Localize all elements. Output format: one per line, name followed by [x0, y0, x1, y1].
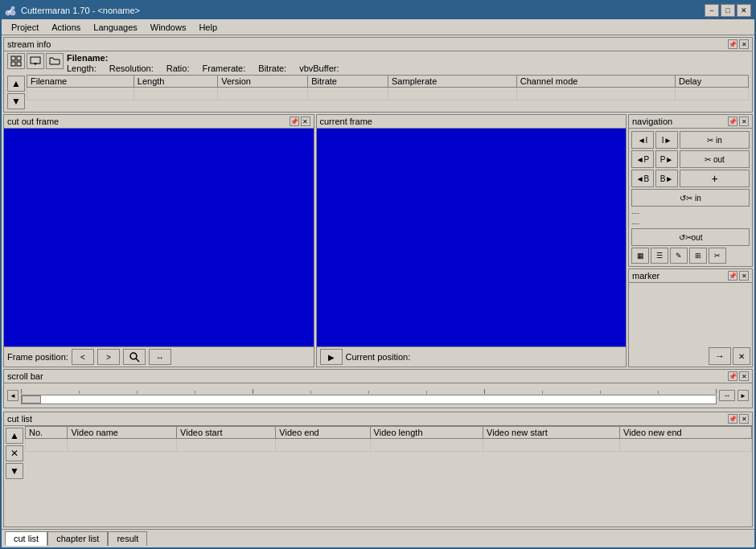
tab-cut-list[interactable]: cut list: [5, 531, 47, 546]
magnify-icon: [129, 351, 140, 363]
scroll-right-btn[interactable]: ►: [738, 390, 749, 401]
menu-help[interactable]: Help: [192, 21, 224, 34]
svg-line-12: [136, 358, 139, 362]
nav-icon-4-btn[interactable]: ⊞: [689, 248, 707, 264]
cut-out-close-btn[interactable]: ✕: [301, 117, 310, 126]
stream-filename-area: Filename: Length: Resolution: Ratio: Fra…: [67, 53, 339, 73]
cut-list-col-videolength: Video length: [370, 427, 483, 439]
menu-project[interactable]: Project: [5, 21, 45, 34]
tab-result[interactable]: result: [108, 531, 147, 546]
stream-col-length: Length: [134, 76, 217, 88]
cut-list-col-newstart: Video new start: [483, 427, 620, 439]
cut-list-col-videoname: Video name: [68, 427, 177, 439]
main-window: Cuttermaran 1.70 - <noname> − □ ✕ Projec…: [0, 0, 756, 549]
folder-icon: [49, 55, 60, 67]
marker-arrow-btn[interactable]: →: [709, 347, 731, 365]
stream-icon-btn1[interactable]: [7, 53, 25, 69]
navigation-close-btn[interactable]: ✕: [739, 117, 749, 126]
scroll-left-btn[interactable]: ◄: [7, 390, 18, 401]
marker-x-btn[interactable]: ✕: [733, 347, 750, 365]
menu-bar: Project Actions Languages Windows Help: [2, 19, 754, 35]
cut-list-col-videostart: Video start: [177, 427, 276, 439]
scroll-resize-handle[interactable]: ↔: [719, 390, 735, 401]
nav-icon-3-btn[interactable]: ✎: [670, 248, 688, 264]
stream-info-close-btn[interactable]: ✕: [739, 39, 749, 49]
stream-info-pin-btn[interactable]: 📌: [728, 39, 738, 49]
current-frame-play-btn[interactable]: ▶: [320, 349, 343, 365]
close-button[interactable]: ✕: [737, 4, 751, 17]
stream-col-filename: Filename: [27, 76, 134, 88]
cut-out-next-btn[interactable]: >: [97, 349, 120, 365]
cut-row-newend: [620, 439, 752, 452]
stream-icon-btn2[interactable]: [27, 53, 44, 69]
svg-rect-7: [17, 62, 21, 66]
stream-row-samplerate: [388, 88, 517, 100]
nav-separator-1: ---: [631, 207, 750, 218]
tick-8: [426, 391, 427, 394]
nav-icon-1-btn[interactable]: ▦: [631, 248, 649, 264]
tab-chapter-list[interactable]: chapter list: [47, 531, 108, 546]
cut-list-table-wrapper: No. Video name Video start Video end Vid…: [25, 426, 752, 481]
menu-actions[interactable]: Actions: [45, 21, 87, 34]
nav-p-prev-btn[interactable]: ◄P: [631, 150, 654, 168]
table-row: [26, 439, 752, 452]
nav-plus-btn[interactable]: +: [680, 170, 750, 187]
cut-list-up-btn[interactable]: ▲: [6, 428, 23, 444]
monitor-icon: [30, 55, 41, 67]
title-controls: − □ ✕: [705, 4, 751, 17]
marker-pin-btn[interactable]: 📌: [728, 271, 738, 281]
nav-i-prev-btn[interactable]: ◄I: [631, 131, 654, 149]
marker-footer: → ✕: [629, 346, 752, 367]
stream-resolution-label: Resolution:: [109, 64, 154, 73]
nav-icon-2-btn[interactable]: ☰: [651, 248, 668, 264]
navigation-panel: navigation 📌 ✕ ◄I I► ✂ in: [628, 114, 753, 267]
svg-rect-4: [11, 56, 15, 60]
cut-out-pin-btn[interactable]: 📌: [290, 117, 299, 126]
current-frame-header: current frame: [317, 115, 627, 129]
scroll-track-area: [21, 387, 717, 404]
cut-list-down-btn[interactable]: ▼: [6, 463, 23, 479]
stream-filename-label: Filename:: [67, 53, 339, 63]
stream-framerate-label: Framerate:: [203, 64, 246, 73]
nav-loop-in-btn[interactable]: ↺✂ in: [631, 189, 750, 207]
nav-loop-out-btn[interactable]: ↺✂out: [631, 228, 750, 246]
scroll-thumb[interactable]: [22, 395, 41, 404]
marker-content-area: [629, 283, 752, 346]
cut-out-prev-btn[interactable]: <: [72, 349, 94, 365]
nav-i-next-btn[interactable]: I►: [655, 131, 678, 149]
stream-row-channel: [516, 88, 675, 100]
minimize-button[interactable]: −: [705, 4, 719, 17]
cut-out-zoom-btn[interactable]: [123, 349, 146, 365]
cut-list-delete-btn[interactable]: ✕: [6, 445, 23, 461]
nav-icon-5-btn[interactable]: ✂: [709, 248, 726, 264]
svg-rect-6: [11, 62, 15, 66]
nav-b-next-btn[interactable]: B►: [655, 170, 678, 187]
nav-b-prev-btn[interactable]: ◄B: [631, 170, 654, 187]
stream-col-samplerate: Samplerate: [388, 76, 517, 88]
menu-languages[interactable]: Languages: [87, 21, 143, 34]
cut-row-start: [177, 439, 276, 452]
stream-up-btn[interactable]: ▲: [7, 76, 25, 92]
navigation-pin-btn[interactable]: 📌: [728, 117, 738, 126]
cut-list-close-btn[interactable]: ✕: [739, 414, 749, 424]
stream-vbv-label: vbvBuffer:: [299, 64, 339, 73]
cut-out-position-label: Frame position:: [7, 352, 68, 362]
nav-scissors-out-btn[interactable]: ✂ out: [680, 150, 750, 168]
cut-out-fit-btn[interactable]: ↔: [149, 349, 171, 365]
nav-scissors-in-btn[interactable]: ✂ in: [680, 131, 750, 149]
marker-close-btn[interactable]: ✕: [739, 271, 749, 281]
scroll-bar-content: ◄: [4, 383, 752, 408]
scroll-track[interactable]: [21, 395, 717, 404]
stream-row-length: [134, 88, 217, 100]
nav-p-next-btn[interactable]: P►: [655, 150, 678, 168]
menu-windows[interactable]: Windows: [144, 21, 193, 34]
maximize-button[interactable]: □: [721, 4, 735, 17]
stream-table-side: ▲ ▼: [7, 75, 27, 110]
current-frame-controls-bar: ▶ Current position:: [317, 346, 627, 367]
scroll-pin-btn[interactable]: 📌: [728, 371, 738, 381]
stream-down-btn[interactable]: ▼: [7, 93, 25, 109]
scroll-bar-title: scroll bar: [7, 371, 43, 381]
scroll-close-btn[interactable]: ✕: [739, 371, 749, 381]
cut-list-pin-btn[interactable]: 📌: [728, 414, 738, 424]
stream-open-btn[interactable]: [46, 53, 64, 69]
